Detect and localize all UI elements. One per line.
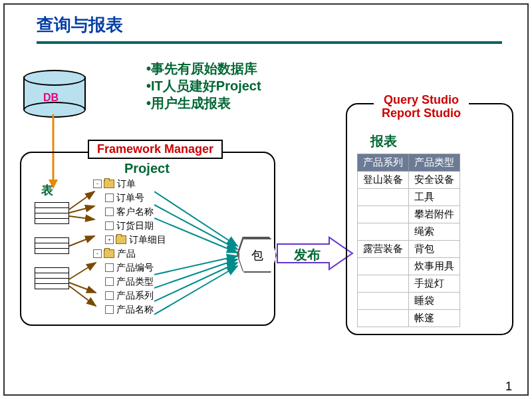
bullet-item: •事先有原始数据库 <box>146 60 261 77</box>
table-row: 工具 <box>358 189 460 206</box>
svg-line-3 <box>69 192 94 209</box>
slide-title: 查询与报表 <box>37 13 123 37</box>
bullet-item: •IT人员建好Project <box>146 77 261 94</box>
report-label: 报表 <box>370 132 397 150</box>
table-label: 表 <box>41 182 53 198</box>
table-row: 手提灯 <box>358 275 460 293</box>
report-studio-box: Query StudioReport Studio 报表 产品系列 产品类型 登… <box>346 103 513 335</box>
tree-item: 产品名称 <box>93 303 166 317</box>
column-header: 产品系列 <box>358 154 409 172</box>
tree-item: 产品编号 <box>93 261 166 275</box>
svg-line-13 <box>154 218 237 253</box>
table-row: 露营装备背包 <box>358 241 460 258</box>
tree-folder-products: -产品 <box>93 247 166 261</box>
column-header: 产品类型 <box>409 154 460 172</box>
svg-line-11 <box>154 192 237 246</box>
svg-line-4 <box>69 206 94 213</box>
mini-table-icon <box>35 202 69 224</box>
svg-line-5 <box>69 216 94 219</box>
table-header-row: 产品系列 产品类型 <box>358 154 460 172</box>
tree-item: 订货日期 <box>93 219 166 233</box>
arrows-tree-to-package <box>154 180 247 326</box>
page-number: 1 <box>505 380 512 394</box>
report-table: 产品系列 产品类型 登山装备安全设备 工具 攀岩附件 绳索 露营装备背包 炊事用… <box>357 154 460 327</box>
tree-item: 产品系列 <box>93 289 166 303</box>
framework-manager-box: Framework Manager Project 表 -订单 订单号 客户名称… <box>20 152 275 326</box>
table-row: 攀岩附件 <box>358 206 460 223</box>
svg-line-7 <box>69 263 96 279</box>
table-row: 登山装备安全设备 <box>358 172 460 189</box>
database-label: DB <box>43 92 59 104</box>
svg-line-17 <box>154 266 237 315</box>
svg-line-16 <box>154 263 237 301</box>
publish-label: 发布 <box>294 246 321 264</box>
project-tree: -订单 订单号 客户名称 订货日期 +订单细目 -产品 产品编号 产品类型 产品… <box>93 177 166 317</box>
mini-table-icon <box>35 267 69 289</box>
tree-item: 订单号 <box>93 191 166 205</box>
tree-item: 产品类型 <box>93 275 166 289</box>
bullet-item: •用户生成报表 <box>146 94 261 112</box>
title-underline <box>37 41 502 44</box>
tree-folder-details: +订单细目 <box>93 233 166 247</box>
svg-line-15 <box>154 259 237 288</box>
tree-item: 客户名称 <box>93 205 166 219</box>
table-row: 帐篷 <box>358 310 460 327</box>
table-row: 炊事用具 <box>358 258 460 275</box>
svg-line-14 <box>154 256 237 275</box>
table-row: 绳索 <box>358 223 460 241</box>
framework-manager-title: Framework Manager <box>88 140 223 159</box>
mini-table-icon <box>35 237 69 254</box>
report-studio-title: Query StudioReport Studio <box>374 92 469 122</box>
svg-line-12 <box>154 205 237 249</box>
project-label: Project <box>124 161 170 176</box>
svg-line-9 <box>69 286 96 306</box>
tree-folder-orders: -订单 <box>93 177 166 191</box>
table-row: 睡袋 <box>358 293 460 310</box>
bullet-list: •事先有原始数据库 •IT人员建好Project •用户生成报表 <box>146 60 261 112</box>
package-box: 包 <box>238 238 277 273</box>
mini-tables-group <box>35 202 69 303</box>
svg-line-6 <box>69 236 94 246</box>
svg-line-8 <box>69 283 96 293</box>
